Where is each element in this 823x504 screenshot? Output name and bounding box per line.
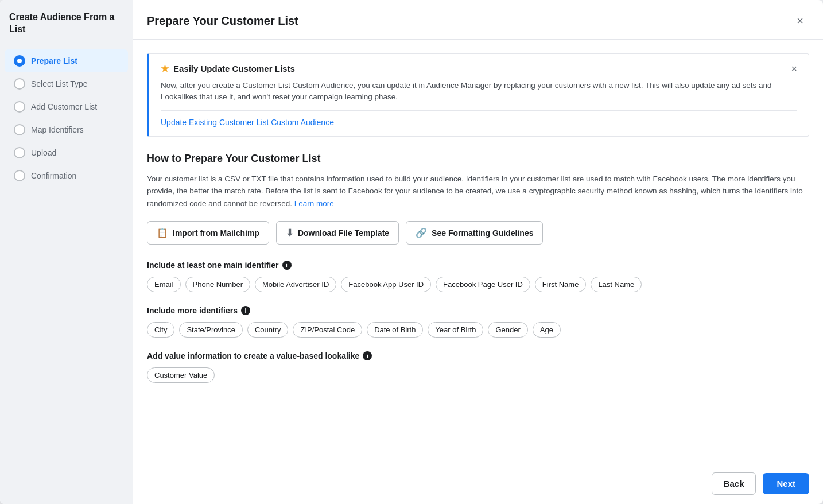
sidebar-item-prepare-list[interactable]: Prepare List [5, 49, 128, 72]
value-info-icon[interactable]: i [363, 351, 372, 360]
tag-year-of-birth: Year of Birth [428, 322, 483, 338]
main-footer: Back Next [133, 463, 823, 504]
section-title: How to Prepare Your Customer List [147, 153, 809, 165]
sidebar-item-icon-confirmation [14, 170, 25, 181]
value-info-label: Add value information to create a value-… [147, 351, 359, 360]
sidebar-item-icon-map-identifiers [14, 124, 25, 135]
sidebar-item-icon-upload [14, 147, 25, 158]
sidebar-item-label-map-identifiers: Map Identifiers [31, 125, 84, 134]
star-icon: ★ [161, 63, 169, 74]
learn-more-link[interactable]: Learn more [294, 199, 334, 208]
sidebar-item-label-upload: Upload [31, 148, 56, 157]
tag-gender: Gender [488, 322, 527, 338]
sidebar-item-label-select-list-type: Select List Type [31, 79, 88, 88]
info-banner: ★ Easily Update Customer Lists × Now, af… [147, 53, 809, 137]
banner-divider [161, 110, 797, 111]
import-mailchimp-icon: 📋 [157, 227, 168, 238]
main-title: Prepare Your Customer List [147, 14, 298, 28]
banner-title-text: Easily Update Customer Lists [173, 64, 295, 73]
sidebar-item-upload[interactable]: Upload [5, 141, 128, 164]
formatting-guidelines-icon: 🔗 [416, 227, 427, 238]
modal-container: Create Audience From a List Prepare List… [0, 0, 823, 504]
section-desc-text: Your customer list is a CSV or TXT file … [147, 175, 803, 208]
sidebar-item-label-prepare-list: Prepare List [31, 56, 77, 65]
more-identifiers-info-icon[interactable]: i [241, 306, 250, 315]
banner-link[interactable]: Update Existing Customer List Custom Aud… [161, 118, 334, 127]
sidebar-title: Create Audience From a List [0, 11, 133, 49]
close-button[interactable]: × [791, 11, 809, 30]
more-identifiers-tags: CityState/ProvinceCountryZIP/Postal Code… [147, 322, 809, 338]
back-button[interactable]: Back [712, 472, 756, 495]
banner-header: ★ Easily Update Customer Lists × [161, 63, 797, 74]
main-body: ★ Easily Update Customer Lists × Now, af… [133, 40, 823, 463]
formatting-guidelines-button[interactable]: 🔗See Formatting Guidelines [406, 221, 543, 245]
sidebar-item-icon-select-list-type [14, 78, 25, 90]
value-info-section: Add value information to create a value-… [147, 351, 809, 383]
banner-title: ★ Easily Update Customer Lists [161, 63, 295, 74]
main-identifiers-tags: EmailPhone NumberMobile Advertiser IDFac… [147, 277, 809, 292]
import-mailchimp-label: Import from Mailchimp [173, 228, 259, 238]
sidebar: Create Audience From a List Prepare List… [0, 0, 133, 504]
tag-customer-value: Customer Value [147, 367, 215, 383]
tag-email: Email [147, 277, 181, 292]
download-template-icon: ⬇ [286, 227, 293, 238]
main-identifiers-info-icon[interactable]: i [282, 261, 292, 270]
sidebar-item-select-list-type[interactable]: Select List Type [5, 72, 128, 95]
tag-phone-number: Phone Number [185, 277, 250, 292]
tag-zip-postal-code: ZIP/Postal Code [293, 322, 362, 338]
sidebar-item-label-add-customer-list: Add Customer List [31, 102, 97, 111]
more-identifiers-title: Include more identifiers i [147, 306, 809, 315]
tag-last-name: Last Name [591, 277, 642, 292]
tag-first-name: First Name [535, 277, 587, 292]
tag-country: Country [247, 322, 289, 338]
sidebar-item-icon-prepare-list [14, 55, 25, 67]
download-template-label: Download File Template [298, 228, 389, 238]
section-desc: Your customer list is a CSV or TXT file … [147, 173, 809, 210]
main-identifiers-section: Include at least one main identifier i E… [147, 261, 809, 292]
tag-date-of-birth: Date of Birth [367, 322, 423, 338]
next-button[interactable]: Next [763, 473, 809, 494]
tag-facebook-page-user-id: Facebook Page User ID [436, 277, 530, 292]
tag-mobile-advertiser-id: Mobile Advertiser ID [255, 277, 336, 292]
tag-facebook-app-user-id: Facebook App User ID [341, 277, 431, 292]
sidebar-item-label-confirmation: Confirmation [31, 171, 76, 180]
action-buttons: 📋Import from Mailchimp⬇Download File Tem… [147, 221, 809, 245]
download-template-button[interactable]: ⬇Download File Template [276, 221, 399, 245]
banner-close-button[interactable]: × [791, 64, 797, 74]
tag-age: Age [533, 322, 561, 338]
formatting-guidelines-label: See Formatting Guidelines [432, 228, 533, 238]
sidebar-item-confirmation[interactable]: Confirmation [5, 164, 128, 187]
main-header: Prepare Your Customer List × [133, 0, 823, 40]
main-identifiers-label: Include at least one main identifier [147, 261, 279, 270]
banner-text: Now, after you create a Customer List Cu… [161, 80, 797, 103]
main-identifiers-title: Include at least one main identifier i [147, 261, 809, 270]
sidebar-item-add-customer-list[interactable]: Add Customer List [5, 95, 128, 118]
tag-city: City [147, 322, 174, 338]
value-tags: Customer Value [147, 367, 809, 383]
value-info-title: Add value information to create a value-… [147, 351, 809, 360]
more-identifiers-section: Include more identifiers i CityState/Pro… [147, 306, 809, 338]
tag-state-province: State/Province [179, 322, 243, 338]
import-mailchimp-button[interactable]: 📋Import from Mailchimp [147, 221, 269, 245]
main-content: Prepare Your Customer List × ★ Easily Up… [133, 0, 823, 504]
more-identifiers-label: Include more identifiers [147, 306, 238, 315]
sidebar-item-map-identifiers[interactable]: Map Identifiers [5, 118, 128, 141]
sidebar-item-icon-add-customer-list [14, 101, 25, 113]
